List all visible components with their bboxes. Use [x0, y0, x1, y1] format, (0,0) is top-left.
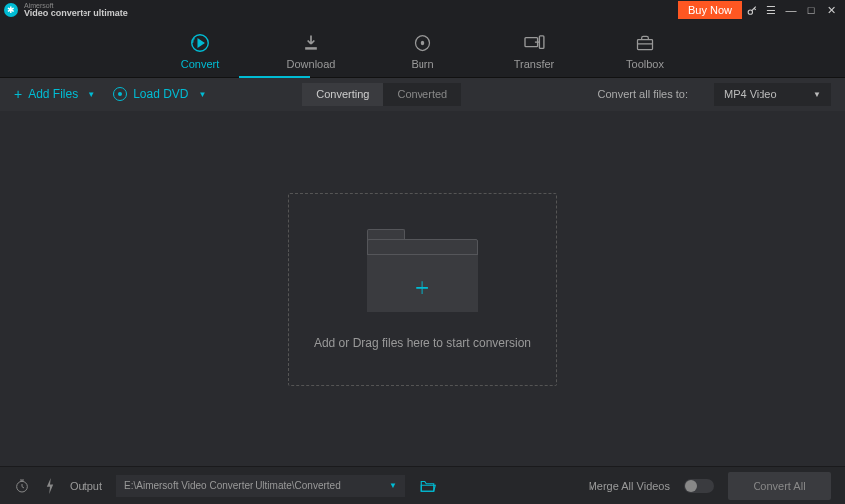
svg-rect-6 — [539, 35, 544, 48]
nav-transfer[interactable]: Transfer — [498, 28, 570, 70]
brand-block: Aimersoft Video converter ultimate — [24, 2, 128, 18]
nav-toolbox[interactable]: Toolbox — [609, 28, 681, 70]
convert-to-label: Convert all files to: — [598, 88, 688, 100]
add-files-button[interactable]: + Add Files ▼ — [14, 86, 95, 102]
svg-point-4 — [421, 41, 423, 44]
play-circle-icon — [189, 32, 211, 54]
seg-converting[interactable]: Converting — [302, 83, 383, 106]
menu-icon[interactable]: ☰ — [761, 1, 781, 19]
nav-convert[interactable]: Convert — [164, 28, 236, 70]
toolbox-icon — [634, 32, 656, 54]
nav-label: Toolbox — [626, 58, 664, 70]
titlebar: Aimersoft Video converter ultimate Buy N… — [0, 0, 845, 20]
seg-converted[interactable]: Converted — [383, 83, 461, 106]
merge-toggle[interactable] — [684, 479, 714, 493]
format-value: MP4 Video — [724, 88, 777, 100]
output-path-value: E:\Aimersoft Video Converter Ultimate\Co… — [124, 480, 341, 491]
nav-label: Transfer — [514, 58, 555, 70]
buy-now-button[interactable]: Buy Now — [678, 1, 742, 19]
bottom-bar: Output E:\Aimersoft Video Converter Ulti… — [0, 466, 845, 504]
sub-toolbar: + Add Files ▼ Load DVD ▼ Converting Conv… — [0, 78, 845, 111]
minimize-icon[interactable]: — — [781, 1, 801, 19]
gpu-icon[interactable] — [44, 478, 56, 494]
nav-label: Download — [287, 58, 336, 70]
status-segment: Converting Converted — [302, 83, 461, 106]
output-format-select[interactable]: MP4 Video ▼ — [714, 83, 831, 106]
disc-icon — [113, 87, 127, 101]
merge-label: Merge All Videos — [589, 480, 670, 492]
download-icon — [300, 32, 322, 54]
chevron-down-icon: ▼ — [389, 481, 397, 490]
nav-download[interactable]: Download — [275, 28, 347, 70]
active-tab-underline — [239, 76, 310, 78]
brand-line2: Video converter ultimate — [24, 9, 128, 18]
transfer-icon — [523, 32, 545, 54]
drop-zone[interactable]: + Add or Drag files here to start conver… — [288, 193, 557, 386]
chevron-down-icon: ▼ — [199, 90, 207, 99]
load-dvd-button[interactable]: Load DVD ▼ — [113, 87, 206, 101]
folder-icon: + — [367, 229, 478, 312]
convert-all-button[interactable]: Convert All — [728, 472, 831, 500]
chevron-down-icon: ▼ — [813, 90, 821, 99]
open-folder-icon[interactable] — [419, 479, 436, 493]
svg-rect-7 — [638, 39, 653, 49]
add-plus-icon: + — [415, 272, 429, 303]
burn-icon — [412, 32, 433, 54]
key-icon[interactable] — [742, 1, 761, 19]
main-area: + Add or Drag files here to start conver… — [0, 111, 845, 466]
drop-hint-text: Add or Drag files here to start conversi… — [314, 336, 531, 350]
output-path-select[interactable]: E:\Aimersoft Video Converter Ultimate\Co… — [116, 475, 405, 497]
plus-icon: + — [14, 86, 22, 102]
nav-burn[interactable]: Burn — [387, 28, 458, 70]
nav-label: Convert — [181, 58, 220, 70]
output-label: Output — [70, 480, 102, 492]
add-files-label: Add Files — [28, 87, 78, 101]
chevron-down-icon: ▼ — [87, 90, 95, 99]
maximize-icon[interactable]: □ — [801, 1, 821, 19]
load-dvd-label: Load DVD — [133, 87, 188, 101]
app-logo — [4, 3, 18, 17]
svg-rect-2 — [305, 47, 317, 49]
close-icon[interactable]: ✕ — [821, 1, 841, 19]
svg-point-0 — [748, 9, 752, 13]
top-nav: Convert Download Burn Transfer Toolbox — [0, 20, 845, 78]
schedule-icon[interactable] — [14, 478, 30, 494]
nav-label: Burn — [411, 58, 433, 70]
